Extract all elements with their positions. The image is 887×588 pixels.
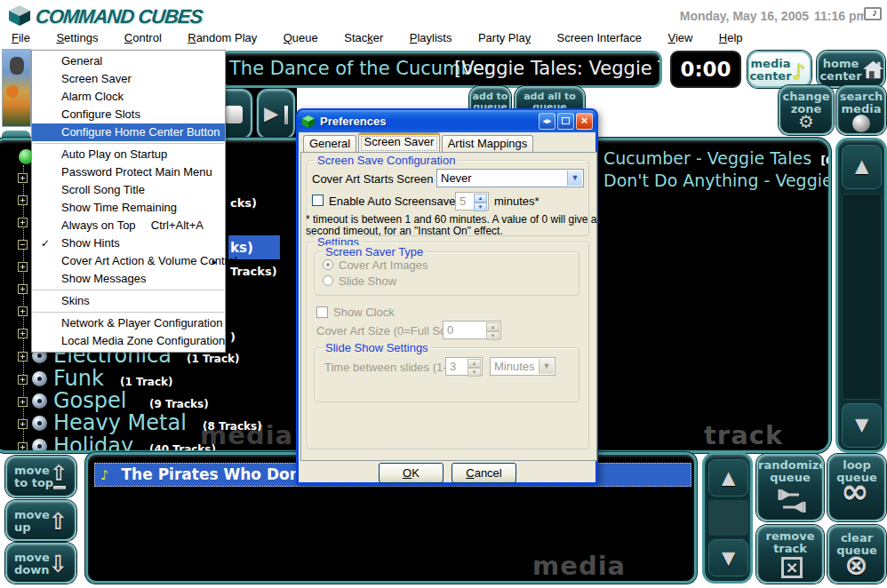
- menu-random-play[interactable]: Random Play: [188, 31, 257, 44]
- menu-item-network-player-configuration[interactable]: Network & Player Configuration: [32, 314, 225, 332]
- spinner-buttons[interactable]: ▲▼: [474, 194, 487, 209]
- slide-time-spinner[interactable]: 3 ▲▼: [445, 357, 483, 376]
- slide-time-unit-combo[interactable]: Minutes ▼: [490, 357, 555, 376]
- track-row[interactable]: Cucumber - Veggie Tales [0:35: [603, 148, 831, 168]
- menu-item-scroll-song-title[interactable]: Scroll Song Title: [32, 181, 225, 199]
- menu-help[interactable]: Help: [719, 31, 743, 44]
- auto-screensaver-minutes-spinner[interactable]: 5 ▲▼: [455, 192, 489, 211]
- combo-arrow-icon[interactable]: ▼: [567, 171, 582, 186]
- clear-queue-icon: ⊗: [844, 548, 868, 582]
- menu-playlists[interactable]: Playlists: [410, 31, 452, 44]
- cd-icon: [32, 393, 47, 409]
- menu-queue[interactable]: Queue: [284, 31, 318, 44]
- menu-stacker[interactable]: Stacker: [344, 31, 383, 44]
- menu-screen-interface[interactable]: Screen Interface: [557, 31, 642, 44]
- now-playing-subtitle: [Veggie Tales: Veggie Tun: [454, 58, 662, 79]
- spinner-buttons[interactable]: ▲▼: [486, 322, 499, 338]
- menu-item-screen-saver[interactable]: Screen Saver: [32, 70, 225, 88]
- media-center-button[interactable]: media center ♪: [747, 51, 811, 88]
- menu-item-auto-play-on-startup[interactable]: Auto Play on Startup: [32, 146, 225, 163]
- tree-expand-button[interactable]: [18, 352, 28, 362]
- cover-art-size-spinner[interactable]: 0 ▲▼: [443, 321, 501, 339]
- cover-art-shape: [6, 85, 19, 98]
- close-button[interactable]: ×: [576, 113, 593, 130]
- menu-item-show-hints[interactable]: ✓Show Hints: [32, 234, 225, 252]
- change-zone-button[interactable]: change zone ⚙: [779, 85, 834, 135]
- menu-item-show-messages[interactable]: Show Messages: [32, 270, 225, 288]
- move-down-button[interactable]: move down ⇩: [5, 543, 76, 584]
- cover-art-shape: [10, 57, 24, 75]
- command-cubes-app: { "header": { "logo": "COMMAND CUBES", "…: [0, 0, 887, 588]
- spinner-buttons[interactable]: ▲▼: [467, 359, 481, 374]
- menu-item-local-media-zone-configuration[interactable]: Local Media Zone Configuration: [32, 332, 225, 350]
- queue-scroll-up-button[interactable]: ▲: [708, 459, 748, 497]
- tree-expand-button[interactable]: [18, 218, 28, 227]
- dock-button[interactable]: ◂▸: [539, 113, 555, 130]
- queue-scroll-track[interactable]: [708, 500, 748, 536]
- screen-saver-tab-page: Screen Save Configuration Cover Art Star…: [300, 152, 597, 461]
- cancel-button[interactable]: Cancel: [451, 463, 516, 483]
- move-to-top-icon: ⇧: [50, 461, 68, 486]
- tab-general[interactable]: General: [303, 135, 356, 152]
- elapsed-time-display: 0:00: [670, 51, 741, 88]
- search-media-button[interactable]: search media: [836, 85, 886, 135]
- tab-screen-saver[interactable]: Screen Saver: [358, 132, 440, 153]
- next-track-button[interactable]: ▶: [257, 89, 295, 139]
- menu-view[interactable]: View: [667, 31, 692, 44]
- track-list-watermark: track list: [704, 420, 828, 453]
- remove-track-button[interactable]: remove track ×: [756, 525, 824, 584]
- move-up-button[interactable]: move up ⇧: [5, 500, 76, 541]
- tree-expand-button[interactable]: [18, 419, 28, 429]
- menu-settings[interactable]: Settings: [56, 31, 98, 44]
- clear-queue-button[interactable]: clear queue ⊗: [827, 525, 886, 584]
- menu-item-always-on-top[interactable]: Always on TopCtrl+Alt+A: [32, 217, 225, 234]
- cover-art-screensaver-combo[interactable]: Never ▼: [436, 169, 584, 187]
- infinity-icon: ∞: [841, 472, 869, 511]
- tree-expand-button[interactable]: [18, 375, 28, 385]
- menu-party-play[interactable]: Party Play: [478, 31, 531, 44]
- tree-expand-button[interactable]: [18, 173, 28, 183]
- slide-show-radio[interactable]: [323, 275, 333, 286]
- combo-arrow-icon[interactable]: ▼: [539, 359, 554, 374]
- tree-expand-button[interactable]: [18, 306, 28, 316]
- scroll-up-button[interactable]: ▲: [842, 145, 882, 189]
- menu-item-alarm-clock[interactable]: Alarm Clock: [32, 88, 225, 106]
- cover-art-images-radio[interactable]: [323, 259, 333, 270]
- menu-item-skins[interactable]: Skins: [32, 292, 225, 310]
- dialog-title-bar[interactable]: Preferences ◂▸ ×: [298, 110, 596, 132]
- move-to-top-button[interactable]: move to top ⇧: [5, 456, 76, 497]
- tree-expand-button[interactable]: [18, 329, 28, 338]
- tree-expand-button[interactable]: [18, 397, 28, 407]
- loop-queue-button[interactable]: loop queue ∞: [827, 454, 886, 521]
- menu-control[interactable]: Control: [124, 31, 162, 44]
- tree-expand-button[interactable]: [18, 442, 28, 452]
- queue-scroll-down-button[interactable]: ▼: [708, 539, 748, 576]
- randomize-queue-button[interactable]: randomize queue: [756, 454, 824, 521]
- show-clock-checkbox[interactable]: [316, 306, 328, 318]
- menu-item-show-time-remaining[interactable]: Show Time Remaining: [32, 199, 225, 217]
- home-center-button[interactable]: home center: [817, 51, 885, 88]
- menu-separator: [33, 290, 224, 290]
- tab-artist-mappings[interactable]: Artist Mappings: [442, 135, 533, 152]
- move-to-top-bar: [53, 486, 66, 489]
- slide-show-settings-group: Slide Show Settings Time between slides …: [315, 347, 579, 402]
- tree-expand-button[interactable]: [18, 284, 28, 294]
- menu-item-general[interactable]: General: [32, 52, 225, 70]
- scroll-down-button[interactable]: ▼: [842, 403, 882, 448]
- track-row[interactable]: Don't Do Anything - Veggie Ta: [603, 171, 831, 190]
- menu-item-cover-art-action-volume-control[interactable]: Cover Art Action & Volume Control►: [32, 252, 225, 270]
- menu-bar: File Settings Control Random Play Queue …: [0, 29, 887, 47]
- ok-button[interactable]: OK: [379, 463, 444, 483]
- gear-icon: ⚙: [798, 111, 814, 132]
- scroll-track[interactable]: [842, 194, 882, 400]
- tree-expand-button[interactable]: [18, 262, 28, 272]
- menu-item-configure-home-center-button[interactable]: Configure Home Center Button: [32, 123, 225, 141]
- preferences-dialog-icon: [301, 115, 316, 129]
- enable-auto-screensaver-checkbox[interactable]: [312, 195, 324, 206]
- menu-file[interactable]: File: [12, 31, 30, 44]
- tree-expand-button[interactable]: [18, 195, 28, 205]
- tree-collapse-button[interactable]: [18, 240, 28, 250]
- menu-item-configure-slots[interactable]: Configure Slots: [32, 106, 225, 123]
- menu-item-password-protect-main-menu[interactable]: Password Protect Main Menu: [32, 163, 225, 181]
- detach-window-button[interactable]: [557, 113, 574, 130]
